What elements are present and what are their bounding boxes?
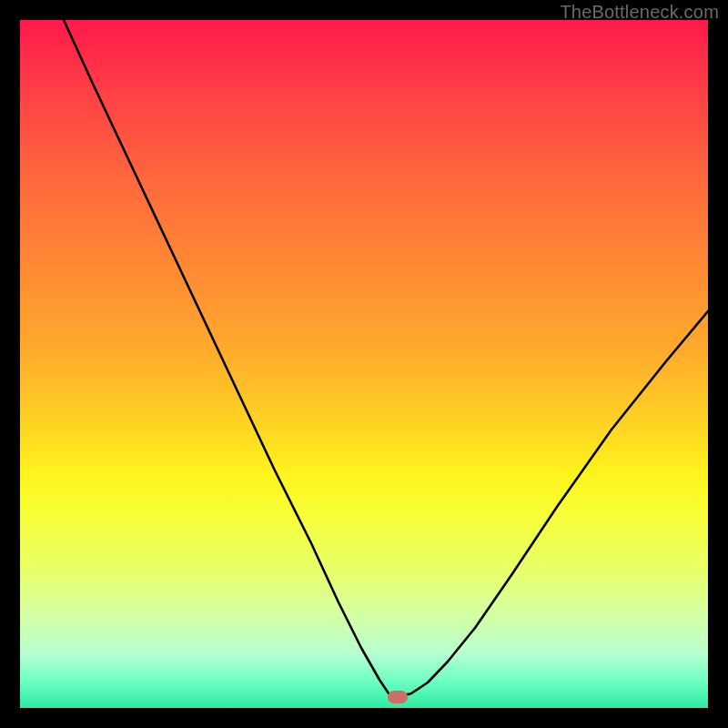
min-marker [388,691,408,703]
plot-area [20,20,708,708]
chart-frame: TheBottleneck.com [0,0,728,728]
bottleneck-curve [20,20,708,708]
credit-label: TheBottleneck.com [560,2,719,23]
